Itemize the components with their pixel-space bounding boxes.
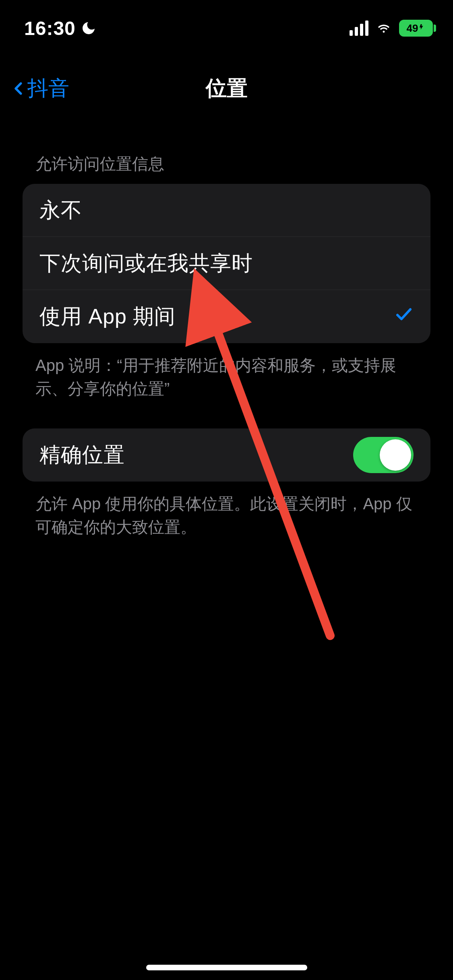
location-access-group: 永不 下次询问或在我共享时 使用 App 期间 <box>23 184 430 343</box>
precise-location-toggle[interactable] <box>353 437 414 473</box>
toggle-knob <box>380 439 411 471</box>
precise-location-group: 精确位置 <box>23 428 430 482</box>
status-right: 49 <box>350 19 433 37</box>
wifi-icon <box>374 19 393 37</box>
precise-location-label: 精确位置 <box>39 441 125 469</box>
option-never[interactable]: 永不 <box>23 184 430 237</box>
section-footer-precise-location: 允许 App 使用你的具体位置。此设置关闭时，App 仅可确定你的大致位置。 <box>35 492 418 539</box>
section-header-location-access: 允许访问位置信息 <box>35 153 430 175</box>
checkmark-icon <box>394 305 414 329</box>
do-not-disturb-icon <box>81 20 97 36</box>
battery-indicator: 49 <box>399 20 433 37</box>
option-ask-next-time[interactable]: 下次询问或在我共享时 <box>23 237 430 290</box>
charging-bolt-icon <box>419 22 425 35</box>
home-indicator[interactable] <box>146 965 307 970</box>
option-label: 永不 <box>39 196 82 224</box>
battery-percent: 49 <box>407 22 418 35</box>
cellular-signal-icon <box>350 21 368 36</box>
nav-bar: 抖音 位置 <box>0 64 453 113</box>
status-time: 16:30 <box>24 17 76 39</box>
section-footer-app-explanation: App 说明：“用于推荐附近的内容和服务，或支持展示、分享你的位置” <box>35 354 418 400</box>
option-label: 使用 App 期间 <box>39 303 176 331</box>
chevron-left-icon <box>11 77 27 100</box>
status-bar: 16:30 49 <box>0 0 453 56</box>
content: 允许访问位置信息 永不 下次询问或在我共享时 使用 App 期间 App 说明：… <box>0 129 453 539</box>
status-left: 16:30 <box>24 17 97 39</box>
page-title: 位置 <box>206 74 248 103</box>
back-button[interactable]: 抖音 <box>11 74 69 103</box>
option-label: 下次询问或在我共享时 <box>39 249 253 278</box>
back-label: 抖音 <box>27 74 69 103</box>
precise-location-row[interactable]: 精确位置 <box>23 428 430 482</box>
option-while-using-app[interactable]: 使用 App 期间 <box>23 290 430 343</box>
